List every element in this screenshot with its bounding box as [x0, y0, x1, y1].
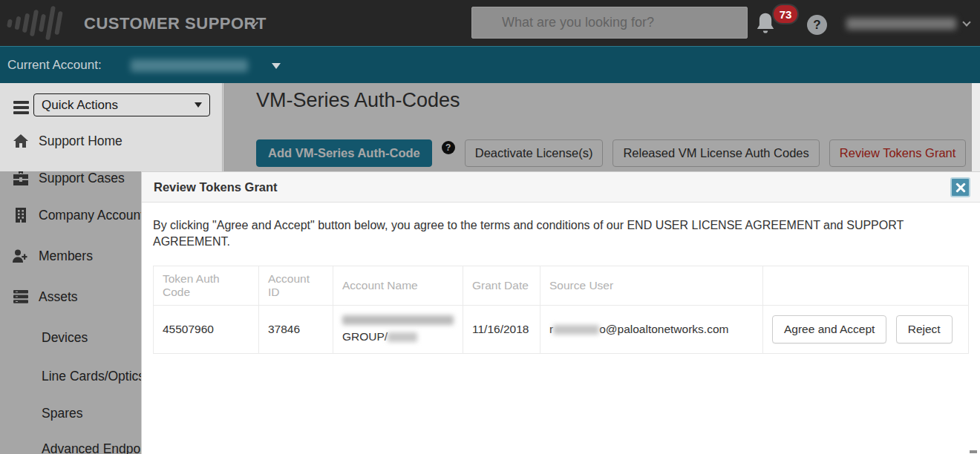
account-name-visible: GROUP/	[342, 330, 388, 343]
col-account-name: Account Name	[333, 266, 463, 306]
current-account-bar: Current Account:	[0, 46, 980, 83]
modal-backdrop-sidebar-light	[0, 83, 223, 171]
scrollbar-track[interactable]	[972, 83, 980, 171]
agree-and-accept-button[interactable]: Agree and Accept	[772, 315, 886, 343]
help-icon[interactable]: ?	[807, 15, 827, 35]
table-row: 45507960 37846 GROUP/ 11/16/2018 ro@palo…	[154, 306, 969, 354]
app-title: CUSTOMER SUPPORT	[84, 14, 267, 33]
source-user-redacted-chip	[553, 325, 599, 335]
modal-title: Review Tokens Grant	[154, 172, 278, 203]
notification-count-badge: 73	[772, 4, 799, 24]
close-icon[interactable]	[950, 177, 970, 197]
cell-grant-date: 11/16/2018	[463, 306, 540, 354]
agreement-text: By clicking "Agree and Accept" button be…	[153, 217, 971, 249]
brand-logo-icon	[7, 0, 61, 46]
source-user-visible: o@paloaltonetworks.com	[599, 323, 728, 335]
page: CUSTOMER SUPPORT 73 ? Current Account: Q…	[0, 0, 980, 454]
current-account-label: Current Account:	[7, 58, 102, 73]
account-name-redacted-chip	[388, 332, 417, 342]
cell-source-user: ro@paloaltonetworks.com	[540, 306, 763, 354]
cell-token-auth-code: 45507960	[154, 306, 259, 354]
cell-actions: Agree and Accept Reject	[763, 306, 969, 354]
modal-header: Review Tokens Grant	[142, 172, 980, 203]
col-token-auth-code: Token Auth Code	[154, 266, 259, 306]
search-input[interactable]	[471, 7, 748, 39]
top-header: CUSTOMER SUPPORT 73 ?	[0, 0, 980, 46]
col-source-user: Source User	[540, 266, 763, 306]
tokens-grant-table: Token Auth Code Account ID Account Name …	[153, 266, 969, 354]
col-grant-date: Grant Date	[463, 266, 540, 306]
col-account-id: Account ID	[259, 266, 333, 306]
table-header-row: Token Auth Code Account ID Account Name …	[154, 266, 969, 306]
user-menu-chevron-down-icon[interactable]	[962, 18, 970, 26]
corner-artifact	[970, 450, 977, 453]
modal-body: By clicking "Agree and Accept" button be…	[142, 203, 980, 454]
review-tokens-grant-modal: Review Tokens Grant By clicking "Agree a…	[141, 171, 980, 454]
account-selector-caret-down-icon[interactable]	[272, 63, 281, 69]
account-name-redacted-line	[342, 315, 454, 325]
user-name-redacted[interactable]	[846, 18, 956, 30]
account-name-redacted	[131, 59, 248, 72]
cell-account-name: GROUP/	[333, 306, 463, 354]
cell-account-id: 37846	[259, 306, 333, 354]
col-actions	[763, 266, 969, 306]
reject-button[interactable]: Reject	[896, 315, 953, 343]
